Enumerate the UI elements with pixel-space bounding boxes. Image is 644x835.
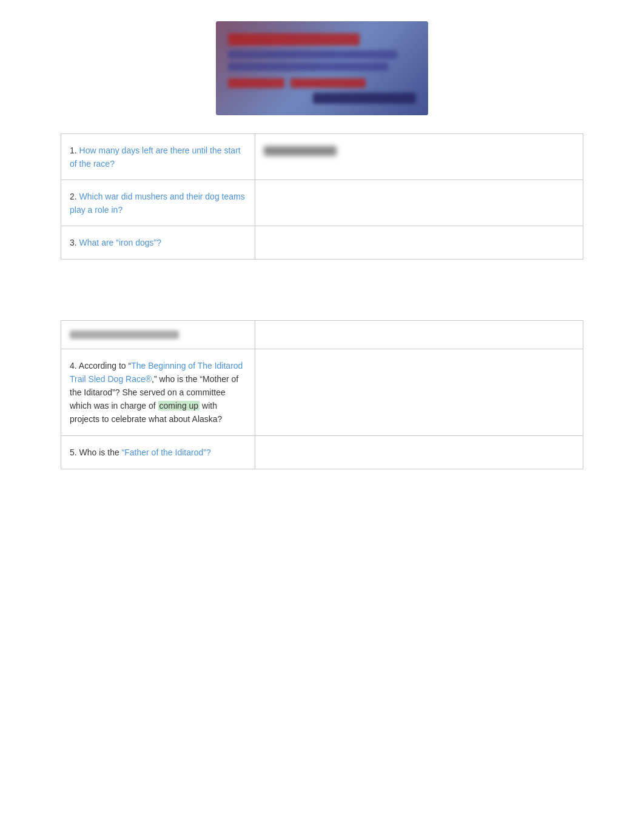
question-number-1: 1. <box>70 146 79 155</box>
blurred-input-bar <box>70 330 179 339</box>
question-number-5: 5. Who is the <box>70 448 122 457</box>
answer-cell-3 <box>255 226 583 260</box>
questions-table-2: 4. According to “The Beginning of The Id… <box>61 320 583 469</box>
question-number-3: 3. <box>70 238 79 247</box>
highlight-coming-up: coming up <box>158 401 200 411</box>
question-text-4: 4. According to “The Beginning of The Id… <box>70 361 243 424</box>
table-row: 1. How many days left are there until th… <box>61 134 583 180</box>
header-image-container <box>0 12 644 115</box>
blurred-answer-1 <box>264 146 337 156</box>
page-container: 1. How many days left are there until th… <box>0 0 644 835</box>
table-row: 3. What are “iron dogs”? <box>61 226 583 260</box>
question-cell-1: 1. How many days left are there until th… <box>61 134 255 180</box>
question-number-4: 4. According to “ <box>70 361 131 371</box>
answer-cell-5 <box>255 435 583 469</box>
table-row: 2. Which war did mushers and their dog t… <box>61 180 583 226</box>
question-text-5: 5. Who is the “Father of the Iditarod”? <box>70 448 211 457</box>
question-number-2: 2. <box>70 192 79 201</box>
blurred-input-cell <box>61 320 255 349</box>
table-row: 5. Who is the “Father of the Iditarod”? <box>61 435 583 469</box>
question-link-2[interactable]: Which war did mushers and their dog team… <box>70 192 245 215</box>
answer-cell-2 <box>255 180 583 226</box>
blurred-answer-top-cell <box>255 320 583 349</box>
question-cell-4: 4. According to “The Beginning of The Id… <box>61 349 255 435</box>
question-cell-2: 2. Which war did mushers and their dog t… <box>61 180 255 226</box>
questions-section-2: 4. According to “The Beginning of The Id… <box>0 320 644 469</box>
questions-section-1: 1. How many days left are there until th… <box>0 133 644 260</box>
question-link-1[interactable]: How many days left are there until the s… <box>70 146 241 169</box>
answer-cell-1 <box>255 134 583 180</box>
question-cell-3: 3. What are “iron dogs”? <box>61 226 255 260</box>
question-link-3[interactable]: What are “iron dogs”? <box>79 238 161 247</box>
answer-cell-4 <box>255 349 583 435</box>
header-image <box>216 21 428 115</box>
section-spacer <box>0 284 644 320</box>
question-cell-5: 5. Who is the “Father of the Iditarod”? <box>61 435 255 469</box>
table-row-blurred-top <box>61 320 583 349</box>
question-link-5[interactable]: “Father of the Iditarod”? <box>122 448 211 457</box>
table-row: 4. According to “The Beginning of The Id… <box>61 349 583 435</box>
questions-table-1: 1. How many days left are there until th… <box>61 133 583 260</box>
